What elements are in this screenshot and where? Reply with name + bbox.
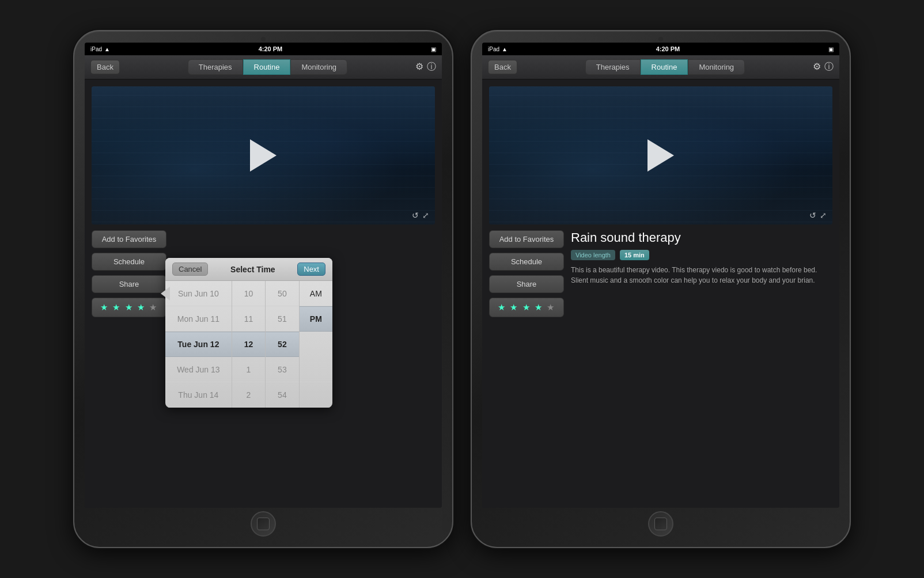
left-star-4: ★ [137,302,146,312]
left-picker-columns: Sun Jun 10 Mon Jun 11 Tue Jun 12 Wed Jun… [165,281,332,408]
left-screen-content: ↺ ⤢ Add to Favorites Schedule Share ★ ★ … [85,79,442,508]
left-battery-icon: ▣ [431,46,436,52]
right-ipad: iPad ▲ 4:20 PM ▣ Back Therapies Routine … [471,30,851,548]
left-schedule-button[interactable]: Schedule [92,253,166,271]
left-stars-rating[interactable]: ★ ★ ★ ★ ★ [92,298,166,317]
right-star-3: ★ [522,302,531,312]
right-wifi-icon: ▲ [502,46,508,52]
right-video-area[interactable]: ↺ ⤢ [489,86,832,225]
left-star-2: ★ [112,302,121,312]
left-ipad: iPad ▲ 4:20 PM ▣ Back Therapies Routine … [73,30,453,548]
left-hour-0[interactable]: 10 [232,281,265,306]
left-hour-3[interactable]: 1 [232,357,265,382]
right-add-to-favorites-button[interactable]: Add to Favorites [489,230,564,248]
left-action-panel: Add to Favorites Schedule Share ★ ★ ★ ★ … [92,230,166,501]
left-video-controls: ↺ ⤢ [412,211,429,220]
left-day-4[interactable]: Thu Jun 14 [165,382,232,408]
right-device-label: iPad [488,46,499,52]
left-picker-title: Select Time [230,265,275,274]
right-battery-icon: ▣ [828,46,834,52]
right-info-icon[interactable]: ⓘ [824,61,834,73]
left-replay-icon[interactable]: ↺ [412,211,419,220]
left-min-0[interactable]: 50 [266,281,298,306]
left-settings-icon[interactable]: ⚙ [415,61,423,73]
right-fullscreen-icon[interactable]: ⤢ [820,211,827,220]
right-video-length-row: Video length 15 min [571,250,832,260]
right-star-1: ★ [498,302,506,312]
left-fullscreen-icon[interactable]: ⤢ [422,211,429,220]
right-video-length-label: Video length [571,250,615,260]
right-stars-rating[interactable]: ★ ★ ★ ★ ★ [489,298,564,317]
right-action-panel: Add to Favorites Schedule Share ★ ★ ★ ★ … [489,230,564,501]
left-home-button[interactable] [251,511,276,537]
right-home-button[interactable] [648,511,673,537]
left-picker-arrow [161,287,170,301]
left-nav-bar: Back Therapies Routine Monitoring ⚙ ⓘ [85,55,442,79]
left-tab-routine[interactable]: Routine [243,59,291,75]
left-status-right: ▣ [431,46,436,52]
left-day-0[interactable]: Sun Jun 10 [165,281,232,306]
left-picker-next-button[interactable]: Next [297,263,325,276]
left-picker-cancel-button[interactable]: Cancel [172,263,208,276]
left-ampm-0[interactable]: AM [300,281,332,306]
right-video-length-value: 15 min [620,250,649,260]
right-replay-icon[interactable]: ↺ [809,211,816,220]
left-wifi-icon: ▲ [104,46,110,52]
left-info-icon[interactable]: ⓘ [427,61,436,73]
left-tab-monitoring[interactable]: Monitoring [290,59,347,75]
right-video-controls: ↺ ⤢ [809,211,827,220]
right-play-button[interactable] [647,139,674,172]
left-min-4[interactable]: 54 [266,382,298,408]
right-nav-bar: Back Therapies Routine Monitoring ⚙ ⓘ [482,55,839,79]
left-min-3[interactable]: 53 [266,357,298,382]
right-schedule-button[interactable]: Schedule [489,253,564,271]
left-min-1[interactable]: 51 [266,306,298,332]
left-picker-hours-col[interactable]: 10 11 12 1 2 [232,281,266,408]
right-info-panel: Rain sound therapy Video length 15 min T… [571,230,832,501]
left-ampm-empty-3 [300,382,332,408]
left-time-picker[interactable]: Cancel Select Time Next Sun Jun 10 Mon J… [165,258,332,408]
right-nav-icons: ⚙ ⓘ [813,61,834,73]
left-tab-therapies[interactable]: Therapies [188,59,243,75]
left-hour-2[interactable]: 12 [232,332,265,357]
left-status-bar: iPad ▲ 4:20 PM ▣ [85,43,442,55]
right-screen: iPad ▲ 4:20 PM ▣ Back Therapies Routine … [482,43,839,508]
left-day-1[interactable]: Mon Jun 11 [165,306,232,332]
left-day-3[interactable]: Wed Jun 13 [165,357,232,382]
left-picker-header: Cancel Select Time Next [165,258,332,281]
right-share-button[interactable]: Share [489,275,564,293]
right-time: 4:20 PM [656,45,680,52]
right-screen-content: ↺ ⤢ Add to Favorites Schedule Share ★ ★ … [482,79,839,508]
left-add-to-favorites-button[interactable]: Add to Favorites [92,230,166,248]
left-picker-ampm-col[interactable]: AM PM [300,281,332,408]
left-tab-group: Therapies Routine Monitoring [124,59,411,75]
left-picker-minutes-col[interactable]: 50 51 52 53 54 [266,281,299,408]
left-video-area[interactable]: ↺ ⤢ [92,86,435,225]
left-play-button[interactable] [250,139,277,172]
right-tab-therapies[interactable]: Therapies [585,59,641,75]
right-status-right: ▣ [828,46,834,52]
left-back-button[interactable]: Back [90,60,120,74]
left-star-3: ★ [125,302,134,312]
left-min-2[interactable]: 52 [266,332,298,357]
right-tab-monitoring[interactable]: Monitoring [688,59,745,75]
right-content-row: Add to Favorites Schedule Share ★ ★ ★ ★ … [489,230,832,501]
right-tab-group: Therapies Routine Monitoring [522,59,808,75]
left-share-button[interactable]: Share [92,275,166,293]
right-star-5: ★ [547,302,555,312]
left-ampm-empty-1 [300,332,332,357]
right-star-2: ★ [510,302,518,312]
right-back-button[interactable]: Back [488,60,517,74]
left-picker-days-col[interactable]: Sun Jun 10 Mon Jun 11 Tue Jun 12 Wed Jun… [165,281,232,408]
right-star-4: ★ [535,302,543,312]
left-hour-1[interactable]: 11 [232,306,265,332]
left-device-label: iPad [90,46,102,52]
right-settings-icon[interactable]: ⚙ [813,61,821,73]
left-star-1: ★ [100,302,109,312]
left-hour-4[interactable]: 2 [232,382,265,408]
left-ampm-1[interactable]: PM [300,306,332,332]
left-status-left: iPad ▲ [90,46,110,52]
left-day-2[interactable]: Tue Jun 12 [165,332,232,357]
right-tab-routine[interactable]: Routine [641,59,688,75]
right-status-bar: iPad ▲ 4:20 PM ▣ [482,43,839,55]
